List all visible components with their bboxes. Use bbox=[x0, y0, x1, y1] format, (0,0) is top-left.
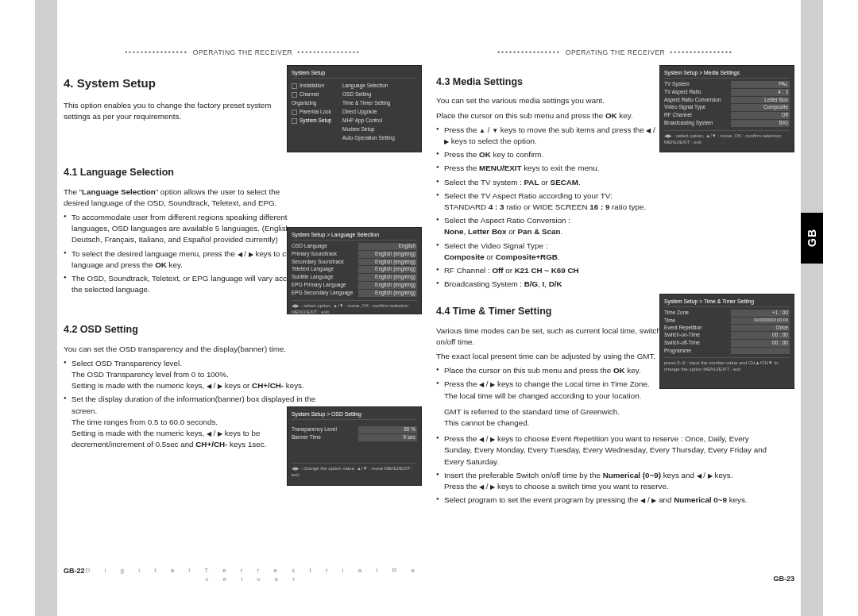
menu-item: Parental Lock bbox=[300, 109, 331, 114]
running-header-right: •••••••••••••••• OPERATING THE RECEIVER … bbox=[436, 48, 794, 57]
page-right: •••••••••••••••• OPERATING THE RECEIVER … bbox=[436, 48, 794, 584]
timer-bullets-1: Place the cursor on this sub menu and pr… bbox=[436, 365, 659, 402]
header-dots-left-icon: •••••••••••••••• bbox=[497, 48, 561, 57]
field-label: EPG Secondary Language bbox=[292, 290, 358, 298]
menu-item: System Setup bbox=[300, 117, 331, 123]
list-item: Set the display duration of the informat… bbox=[64, 394, 318, 450]
submenu-item: Auto Operation Setting bbox=[342, 133, 417, 142]
header-dots-right-icon: •••••••••••••••• bbox=[670, 48, 733, 57]
screenshot-title: System Setup bbox=[292, 69, 417, 79]
field-value: B/G bbox=[731, 120, 790, 127]
field-label: Primary Soundtrack bbox=[292, 251, 358, 259]
list-item: To accommodate user from different regio… bbox=[64, 212, 318, 246]
screenshot-footer: ◀▶ : select option, ▲/▼ : move, OK : con… bbox=[292, 300, 417, 315]
binding-strip-left bbox=[35, 0, 57, 616]
field-label: Banner Time bbox=[292, 434, 358, 442]
field-value: Once bbox=[731, 325, 790, 332]
language-tab: GB bbox=[801, 213, 823, 264]
screenshot-title: System Setup > OSD Setting bbox=[292, 410, 417, 420]
field-label: Switch-off-Time bbox=[664, 340, 731, 348]
field-label: TV System bbox=[664, 81, 731, 89]
page-footer: GB-23 bbox=[436, 574, 794, 584]
header-text: OPERATING THE RECEIVER bbox=[193, 48, 292, 57]
term-bold: Language Selection bbox=[82, 187, 156, 196]
field-label: Teletext Language bbox=[292, 266, 358, 274]
submenu-item: Time & Timer Setting bbox=[342, 98, 417, 107]
list-item: Select the Aspect Ratio Conversion :None… bbox=[436, 215, 659, 237]
field-label: Time Zone bbox=[664, 310, 731, 318]
field-value: 00 : 00 bbox=[731, 332, 790, 339]
field-value: PAL bbox=[731, 81, 790, 88]
screenshot-osd-setting: System Setup > OSD Setting Transparency … bbox=[287, 406, 422, 486]
subsection-heading: 4.2 OSD Setting bbox=[64, 322, 422, 337]
field-label: Broadcasting System bbox=[664, 120, 731, 128]
screenshot-system-setup: System Setup Installation Channel Organi… bbox=[287, 65, 422, 152]
timer-p1: Various time modes can be set, such as c… bbox=[436, 325, 667, 348]
page-number: GB-23 bbox=[773, 574, 794, 584]
field-value: Letter Box bbox=[731, 97, 790, 104]
field-value bbox=[731, 348, 790, 354]
list-item: Select the Video Signal Type :Composite … bbox=[436, 241, 659, 263]
field-label: Subtitle Language bbox=[292, 274, 358, 282]
ls-bullets: To accommodate user from different regio… bbox=[64, 212, 318, 295]
submenu-item: Language Selection bbox=[342, 81, 417, 90]
list-item: RF Channel : Off or K21 CH ~ K69 CH bbox=[436, 265, 659, 276]
footer-descriptor bbox=[436, 574, 773, 584]
osd-intro-text: You can set the OSD transparency and the… bbox=[64, 344, 294, 355]
screenshot-time-timer: System Setup > Time & Timer Setting Time… bbox=[659, 294, 794, 389]
field-label: Transparency Level bbox=[292, 426, 358, 434]
field-value: English (eng/eng) bbox=[358, 266, 417, 273]
field-label: Switch-on-Time bbox=[664, 332, 731, 340]
footer-descriptor: D i g i t a l T e r r e s t r i a l R e … bbox=[85, 566, 422, 584]
field-value: 00 : 00 bbox=[731, 340, 790, 347]
field-value: 4 : 3 bbox=[731, 89, 790, 96]
screenshot-footer: press 0~9 : input the number value and C… bbox=[664, 357, 790, 372]
field-value: English (eng/eng) bbox=[358, 274, 417, 281]
screenshot-footer: ◀▶ : change the option value, ▲/▼ : move… bbox=[292, 463, 417, 478]
field-value: English (eng/eng) bbox=[358, 282, 417, 289]
list-item: Broadcasting System : B/G, I, D/K bbox=[436, 279, 659, 290]
osd-bullets: Select OSD Transparency level. The OSD T… bbox=[64, 358, 318, 451]
screenshot-title: System Setup > Media Settings bbox=[664, 69, 790, 79]
menu-item: Installation bbox=[300, 83, 324, 88]
list-item: Place the cursor on this sub menu and pr… bbox=[436, 365, 659, 376]
submenu-item: Direct Upgrade bbox=[342, 107, 417, 116]
two-page-spread: •••••••••••••••• OPERATING THE RECEIVER … bbox=[64, 48, 794, 584]
field-label: Programme bbox=[664, 348, 731, 355]
list-item: Press the ▲ / ▼ keys to move the sub ite… bbox=[436, 125, 659, 147]
binding-strip-right bbox=[801, 0, 823, 616]
running-header-left: •••••••••••••••• OPERATING THE RECEIVER … bbox=[64, 48, 422, 57]
field-label: Secondary Soundtrack bbox=[292, 259, 358, 267]
media-bullets: Press the ▲ / ▼ keys to move the sub ite… bbox=[436, 125, 659, 291]
osd-intro: You can set the OSD transparency and the… bbox=[64, 344, 294, 355]
screenshot-title: System Setup > Time & Timer Setting bbox=[664, 298, 790, 307]
list-item: Select program to set the event program … bbox=[436, 495, 770, 506]
field-label: RF Channel bbox=[664, 112, 731, 120]
page-number: GB-22 bbox=[64, 566, 85, 584]
field-label: OSD Language bbox=[292, 243, 358, 251]
screenshot-title: System Setup > Language Selection bbox=[292, 231, 417, 241]
list-item: Select the TV Aspect Ratio according to … bbox=[436, 191, 659, 213]
submenu-item: OSD Setting bbox=[342, 90, 417, 98]
field-value: 9 sec bbox=[358, 434, 417, 441]
list-item: Press the OK key to confirm. bbox=[436, 149, 659, 160]
subsection-heading: 4.1 Language Selection bbox=[64, 165, 422, 179]
timer-p2: The exact local present time can be adju… bbox=[436, 351, 667, 362]
header-dots-left-icon: •••••••••••••••• bbox=[125, 48, 188, 57]
list-item: Select the TV system : PAL or SECAM. bbox=[436, 177, 659, 188]
screenshot-media-settings: System Setup > Media Settings TV SystemP… bbox=[659, 65, 794, 152]
field-value: English (eng/eng) bbox=[358, 251, 417, 258]
page-footer: GB-22 D i g i t a l T e r r e s t r i a … bbox=[64, 566, 422, 584]
list-item: Press the ◀ / ▶ keys to change the Local… bbox=[436, 379, 659, 401]
timer-bullets-2: Press the ◀ / ▶ keys to choose Event Rep… bbox=[436, 433, 770, 506]
field-label: Time bbox=[664, 318, 731, 325]
list-item: Press the MENU/EXIT keys to exit the men… bbox=[436, 163, 659, 174]
field-label: TV Aspect Ratio bbox=[664, 89, 731, 97]
screenshot-footer: ◀▶ : select option, ▲/▼ : move, OK : con… bbox=[664, 130, 790, 145]
intro-block: This option enables you to change the fa… bbox=[64, 100, 294, 122]
field-value: 80 % bbox=[358, 426, 417, 433]
list-icon bbox=[292, 92, 297, 98]
header-text: OPERATING THE RECEIVER bbox=[566, 48, 665, 57]
field-value: +1 : 00 bbox=[731, 310, 790, 317]
field-label: Aspect Ratio Conversion bbox=[664, 97, 731, 105]
